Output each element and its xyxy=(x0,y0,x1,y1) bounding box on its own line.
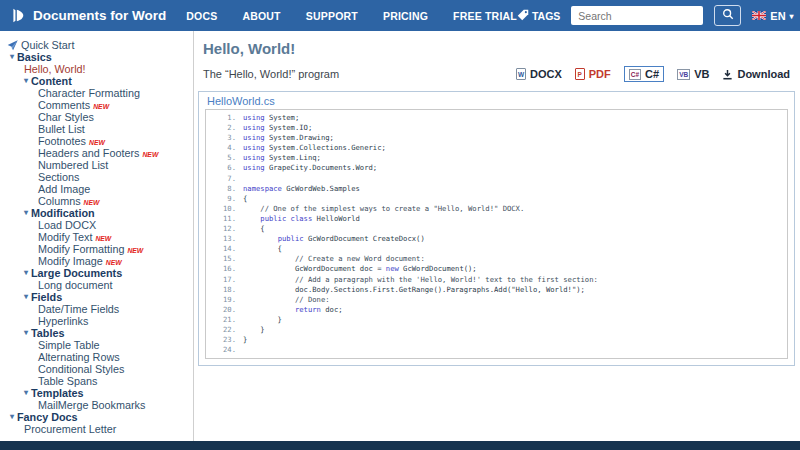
code-line: 14. { xyxy=(206,244,783,254)
sidebar-item-bullet-list[interactable]: Bullet List xyxy=(0,123,193,135)
sidebar-item-fields[interactable]: ▾Fields xyxy=(0,291,193,303)
search-icon xyxy=(722,8,734,23)
csharp-label: C# xyxy=(645,68,659,80)
code-line: 12. { xyxy=(206,224,783,234)
sidebar-item-long-document[interactable]: Long document xyxy=(0,279,193,291)
docx-button[interactable]: W DOCX xyxy=(516,68,562,80)
tags-link[interactable]: TAGS xyxy=(517,9,560,23)
sidebar-item-label: Character Formatting xyxy=(38,87,140,99)
sidebar-item-modify-text[interactable]: Modify TextNEW xyxy=(0,231,193,243)
sidebar-item-headers-and-footers[interactable]: Headers and FootersNEW xyxy=(0,147,193,159)
download-button[interactable]: Download xyxy=(722,68,790,80)
sidebar-item-tables[interactable]: ▾Tables xyxy=(0,327,193,339)
sidebar-item-character-formatting[interactable]: Character Formatting xyxy=(0,87,193,99)
language-selector[interactable]: EN ▾ xyxy=(752,10,793,22)
tree-collapse-caret-icon[interactable]: ▾ xyxy=(24,77,28,85)
search-button[interactable] xyxy=(714,5,741,26)
download-icon xyxy=(722,69,733,80)
sidebar-item-label: MailMerge Bookmarks xyxy=(38,399,145,411)
pdf-button[interactable]: P PDF xyxy=(575,68,611,80)
nav-free-trial[interactable]: FREE TRIAL xyxy=(453,10,517,22)
sidebar-item-label: Modify Formatting xyxy=(38,243,124,255)
sidebar-item-quick-start[interactable]: Quick Start xyxy=(0,39,193,51)
vb-toggle-button[interactable]: VB VB xyxy=(677,68,709,80)
sidebar-item-alternating-rows[interactable]: Alternating Rows xyxy=(0,351,193,363)
line-number: 20. xyxy=(206,305,236,315)
docx-label: DOCX xyxy=(530,68,562,80)
tree-collapse-caret-icon[interactable]: ▾ xyxy=(24,329,28,337)
code-line: 9.{ xyxy=(206,194,783,204)
sidebar-item-label: Modify Text xyxy=(38,231,92,243)
code-line: 21. } xyxy=(206,315,783,325)
word-file-icon: W xyxy=(516,68,526,80)
line-number: 22. xyxy=(206,325,236,335)
tree-collapse-caret-icon[interactable]: ▾ xyxy=(24,269,28,277)
sidebar-item-numbered-list[interactable]: Numbered List xyxy=(0,159,193,171)
code-line: 17. // Add a paragraph with the 'Hello, … xyxy=(206,275,783,285)
line-number: 9. xyxy=(206,194,236,204)
sidebar-item-label: Content xyxy=(31,75,72,87)
sidebar-item-templates[interactable]: ▾Templates xyxy=(0,387,193,399)
sidebar-item-hello-world[interactable]: Hello, World! xyxy=(0,63,193,75)
brand[interactable]: Documents for Word xyxy=(10,7,166,24)
tree-collapse-caret-icon[interactable]: ▾ xyxy=(24,209,28,217)
sidebar-item-label: Char Styles xyxy=(38,111,94,123)
main-nav: DOCSABOUTSUPPORTPRICINGFREE TRIAL xyxy=(186,10,517,22)
sidebar-item-char-styles[interactable]: Char Styles xyxy=(0,111,193,123)
tree-collapse-caret-icon[interactable]: ▾ xyxy=(10,413,14,421)
sidebar-item-load-docx[interactable]: Load DOCX xyxy=(0,219,193,231)
sidebar-item-sections[interactable]: Sections xyxy=(0,171,193,183)
line-number: 7. xyxy=(206,174,236,184)
sidebar-item-label: Table Spans xyxy=(38,375,97,387)
line-number: 6. xyxy=(206,163,236,173)
nav-about[interactable]: ABOUT xyxy=(242,10,280,22)
export-toolbar: W DOCX P PDF C# C# VB VB xyxy=(516,66,790,82)
new-badge: NEW xyxy=(93,103,109,110)
sidebar-item-label: Bullet List xyxy=(38,123,85,135)
sidebar-item-content[interactable]: ▾Content xyxy=(0,75,193,87)
search-input[interactable] xyxy=(571,6,703,25)
sidebar-item-label: Sections xyxy=(38,171,79,183)
sidebar-item-table-spans[interactable]: Table Spans xyxy=(0,375,193,387)
code-line: 22. } xyxy=(206,325,783,335)
sidebar-item-conditional-styles[interactable]: Conditional Styles xyxy=(0,363,193,375)
code-line: 23.} xyxy=(206,335,783,345)
tree-collapse-caret-icon[interactable]: ▾ xyxy=(24,293,28,301)
nav-pricing[interactable]: PRICING xyxy=(383,10,428,22)
nav-docs[interactable]: DOCS xyxy=(186,10,217,22)
new-badge: NEW xyxy=(95,235,111,242)
code-panel: HelloWorld.cs 1.using System;2.using Sys… xyxy=(198,91,795,366)
sidebar-item-modification[interactable]: ▾Modification xyxy=(0,207,193,219)
sidebar-item-procurement-letter[interactable]: Procurement Letter xyxy=(0,423,193,435)
sidebar-item-label: Columns xyxy=(38,195,81,207)
sidebar-item-add-image[interactable]: Add Image xyxy=(0,183,193,195)
tree-collapse-caret-icon[interactable]: ▾ xyxy=(24,389,28,397)
nav-support[interactable]: SUPPORT xyxy=(306,10,358,22)
sidebar-item-label: Hello, World! xyxy=(24,63,86,75)
new-badge: NEW xyxy=(106,259,122,266)
sidebar-item-label: Templates xyxy=(31,387,84,399)
sidebar-item-label: Fields xyxy=(31,291,62,303)
sidebar-item-modify-formatting[interactable]: Modify FormattingNEW xyxy=(0,243,193,255)
sidebar-item-basics[interactable]: ▾Basics xyxy=(0,51,193,63)
csharp-icon: C# xyxy=(629,69,641,80)
new-badge: NEW xyxy=(127,247,143,254)
sidebar-item-fancy-docs[interactable]: ▾Fancy Docs xyxy=(0,411,193,423)
sidebar-item-modify-image[interactable]: Modify ImageNEW xyxy=(0,255,193,267)
csharp-toggle-button[interactable]: C# C# xyxy=(624,66,664,82)
tree-collapse-caret-icon[interactable]: ▾ xyxy=(10,53,14,61)
vb-label: VB xyxy=(694,68,709,80)
sidebar-item-comments[interactable]: CommentsNEW xyxy=(0,99,193,111)
new-badge: NEW xyxy=(89,139,105,146)
sidebar-item-mailmerge-bookmarks[interactable]: MailMerge Bookmarks xyxy=(0,399,193,411)
code-line: 11. public class HelloWorld xyxy=(206,214,783,224)
sidebar-item-simple-table[interactable]: Simple Table xyxy=(0,339,193,351)
sidebar-item-columns[interactable]: ColumnsNEW xyxy=(0,195,193,207)
sidebar-item-large-documents[interactable]: ▾Large Documents xyxy=(0,267,193,279)
sidebar-item-date-time-fields[interactable]: Date/Time Fields xyxy=(0,303,193,315)
sidebar-item-footnotes[interactable]: FootnotesNEW xyxy=(0,135,193,147)
sidebar-item-hyperlinks[interactable]: Hyperlinks xyxy=(0,315,193,327)
code-line: 4.using System.Collections.Generic; xyxy=(206,143,783,153)
code-line: 1.using System; xyxy=(206,113,783,123)
line-number: 19. xyxy=(206,295,236,305)
